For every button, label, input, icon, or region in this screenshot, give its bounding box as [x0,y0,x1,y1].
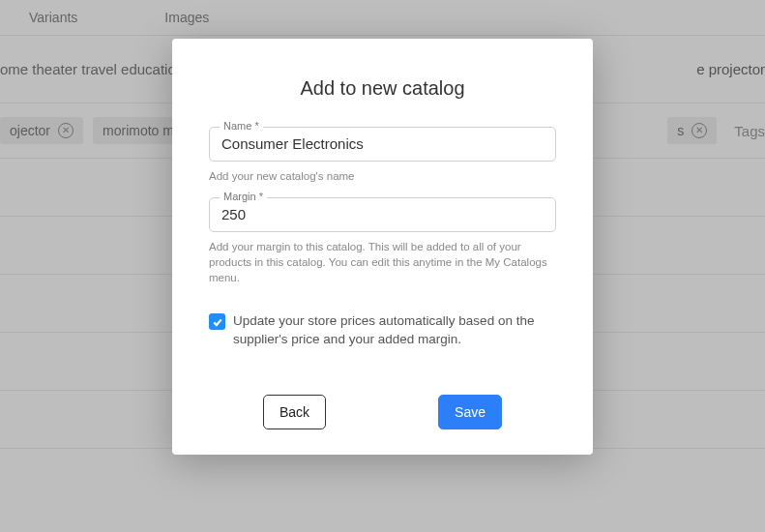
name-field[interactable]: Name * [209,127,556,162]
add-catalog-modal: Add to new catalog Name * Add your new c… [172,39,593,455]
save-button[interactable]: Save [438,395,502,429]
back-button[interactable]: Back [263,395,326,429]
name-field-wrap: Name * Add your new catalog's name [209,127,556,184]
margin-label: Margin * [220,191,267,202]
margin-input[interactable] [221,206,544,222]
margin-field-wrap: Margin * Add your margin to this catalog… [209,197,556,285]
auto-update-label: Update your store prices automatically b… [233,312,556,349]
auto-update-checkbox[interactable] [209,313,225,330]
name-label: Name * [220,120,263,132]
auto-update-row[interactable]: Update your store prices automatically b… [209,312,556,349]
name-input[interactable] [221,135,544,152]
modal-title: Add to new catalog [209,77,556,100]
name-hint: Add your new catalog's name [209,168,556,184]
margin-field[interactable]: Margin * [209,197,556,232]
modal-buttons: Back Save [209,395,556,429]
margin-hint: Add your margin to this catalog. This wi… [209,239,556,285]
check-icon [212,316,223,328]
